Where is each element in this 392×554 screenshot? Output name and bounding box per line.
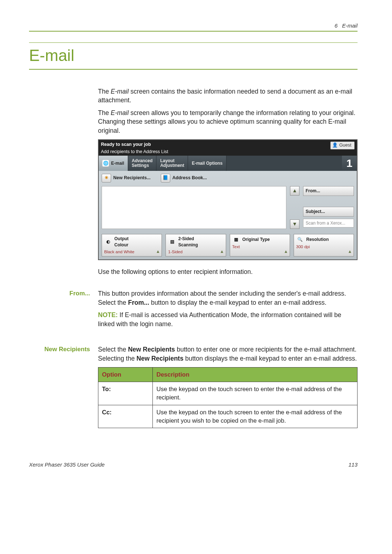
original-type-option[interactable]: ▦Original Type Text ▲ xyxy=(230,234,290,257)
subject-button[interactable]: Subject... xyxy=(303,207,354,217)
resolution-option[interactable]: 🔍Resolution 300 dpi ▲ xyxy=(294,234,354,257)
sparkle-icon: ✴ xyxy=(102,174,111,182)
scroll-down-button[interactable]: ▼ xyxy=(290,219,299,229)
footer-page-number: 113 xyxy=(348,461,358,468)
email-ui-panel: Ready to scan your job Add recipients to… xyxy=(98,139,358,260)
status-ready: Ready to scan your job xyxy=(101,141,168,148)
page-title: E-mail xyxy=(29,42,358,70)
subject-value: Scan from a Xerox... xyxy=(303,219,354,228)
footer-left: Xerox Phaser 3635 User Guide xyxy=(29,461,105,468)
options-intro: Use the following options to enter recip… xyxy=(98,267,358,276)
running-header: 6 E-mail xyxy=(29,22,358,32)
th-option: Option xyxy=(98,368,153,382)
chevron-up-icon: ▲ xyxy=(284,249,288,255)
intro-para-1: The E-mail screen contains the basic inf… xyxy=(98,87,358,105)
new-recipients-body: Select the New Recipients button to ente… xyxy=(98,345,358,363)
pages-icon: ▤ xyxy=(168,238,176,246)
output-colour-option[interactable]: ◐Output Colour Black and White ▲ xyxy=(102,234,162,257)
chevron-up-icon: ▲ xyxy=(348,249,352,255)
colour-icon: ◐ xyxy=(104,238,112,246)
user-icon: 👤 xyxy=(332,142,338,149)
two-sided-option[interactable]: ▤2-Sided Scanning 1-Sided ▲ xyxy=(166,234,226,257)
header-chapter-num: 6 xyxy=(335,22,338,29)
document-icon: ▦ xyxy=(232,236,240,243)
intro-para-2: The E-mail screen allows you to temporar… xyxy=(98,108,358,135)
tab-bar: 🌐 E-mail Advanced Settings Layout Adjust… xyxy=(99,156,357,171)
book-icon: 📘 xyxy=(161,174,170,182)
from-button[interactable]: From... xyxy=(303,186,354,196)
page-footer: Xerox Phaser 3635 User Guide 113 xyxy=(29,461,358,468)
new-recipients-section-label: New Recipients xyxy=(29,345,98,354)
tab-advanced[interactable]: Advanced Settings xyxy=(128,156,156,171)
status-subline: Add recipients to the Address List xyxy=(101,149,168,155)
chevron-up-icon: ▲ xyxy=(156,249,160,255)
cell-desc: Use the keypad on the touch screen to en… xyxy=(153,405,358,428)
from-body: This button provides information about t… xyxy=(98,289,358,307)
new-recipients-button[interactable]: ✴ New Recipients... xyxy=(102,174,151,182)
job-count: 1 xyxy=(342,156,357,171)
address-book-button[interactable]: 📘 Address Book... xyxy=(161,174,207,182)
table-row: Cc: Use the keypad on the touch screen t… xyxy=(98,405,358,428)
header-chapter-name: E-mail xyxy=(342,22,358,29)
options-table: Option Description To: Use the keypad on… xyxy=(98,367,358,428)
lens-icon: 🔍 xyxy=(296,236,304,243)
tab-options[interactable]: E-mail Options xyxy=(188,156,226,171)
guest-badge[interactable]: 👤 Guest xyxy=(330,141,355,149)
tab-email[interactable]: 🌐 E-mail xyxy=(99,156,128,171)
table-row: To: Use the keypad on the touch screen t… xyxy=(98,382,358,405)
cell-desc: Use the keypad on the touch screen to en… xyxy=(153,382,358,405)
scroll-up-button[interactable]: ▲ xyxy=(290,186,299,196)
from-section-label: From... xyxy=(29,289,98,298)
cell-option: To: xyxy=(98,382,153,405)
tab-layout[interactable]: Layout Adjustment xyxy=(156,156,188,171)
cell-option: Cc: xyxy=(98,405,153,428)
chevron-up-icon: ▲ xyxy=(220,249,224,255)
from-note: NOTE: If E-mail is accessed via Authenti… xyxy=(98,311,358,328)
globe-icon: 🌐 xyxy=(102,160,109,167)
recipient-list[interactable] xyxy=(102,186,286,229)
th-description: Description xyxy=(153,368,358,382)
